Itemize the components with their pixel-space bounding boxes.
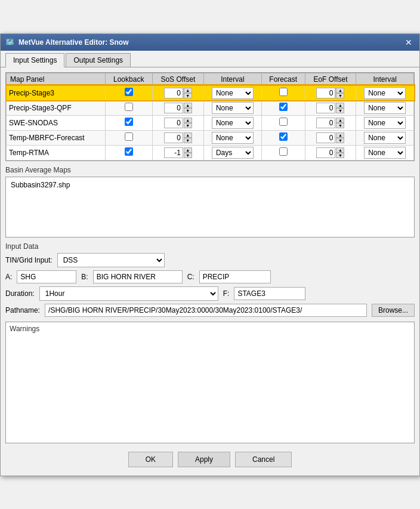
cell-lookback[interactable] bbox=[105, 85, 152, 100]
cell-forecast[interactable] bbox=[261, 145, 305, 160]
cell-sos-interval[interactable]: NoneMinutesHoursDaysWeeks bbox=[204, 85, 262, 100]
cell-sos-interval[interactable]: NoneMinutesHoursDaysWeeks bbox=[204, 130, 262, 145]
sos-offset-input[interactable] bbox=[164, 103, 183, 113]
duration-select[interactable]: 1Hour 6Hour 12Hour 24Hour bbox=[39, 286, 218, 301]
sos-offset-down[interactable]: ▼ bbox=[184, 138, 192, 143]
eof-offset-input[interactable] bbox=[316, 118, 335, 128]
forecast-checkbox[interactable] bbox=[279, 147, 288, 156]
field-b-input[interactable] bbox=[93, 270, 183, 283]
field-f-input[interactable] bbox=[234, 287, 305, 300]
cell-eof-interval[interactable]: NoneMinutesHoursDaysWeeks bbox=[356, 145, 414, 160]
apply-button[interactable]: Apply bbox=[178, 452, 230, 467]
lookback-checkbox[interactable] bbox=[125, 147, 133, 156]
table-row[interactable]: Temp-MBRFC-Forecast ▲ ▼ NoneMinutesHours… bbox=[7, 130, 414, 145]
cell-sos-interval[interactable]: NoneMinutesHoursDaysWeeks bbox=[204, 115, 262, 130]
field-c-input[interactable] bbox=[199, 270, 271, 283]
tab-output-settings[interactable]: Output Settings bbox=[66, 53, 131, 67]
sos-offset-up[interactable]: ▲ bbox=[184, 103, 192, 108]
cell-forecast[interactable] bbox=[261, 115, 305, 130]
cell-eof-offset[interactable]: ▲ ▼ bbox=[305, 85, 356, 100]
eof-offset-down[interactable]: ▼ bbox=[336, 153, 344, 158]
sos-interval-select[interactable]: NoneMinutesHoursDaysWeeks bbox=[212, 102, 254, 114]
eof-offset-input[interactable] bbox=[316, 103, 335, 113]
cell-sos-offset[interactable]: ▲ ▼ bbox=[152, 85, 204, 100]
eof-offset-input[interactable] bbox=[316, 147, 335, 158]
browse-button[interactable]: Browse... bbox=[372, 304, 415, 317]
forecast-checkbox[interactable] bbox=[279, 118, 288, 126]
eof-interval-select[interactable]: NoneMinutesHoursDaysWeeks bbox=[364, 147, 406, 159]
lookback-checkbox[interactable] bbox=[125, 118, 133, 126]
table-row[interactable]: Precip-Stage3-QPF ▲ ▼ NoneMinutesHoursDa… bbox=[7, 100, 414, 115]
cell-lookback[interactable] bbox=[105, 100, 152, 115]
tab-input-settings[interactable]: Input Settings bbox=[5, 53, 64, 67]
cell-lookback[interactable] bbox=[105, 115, 152, 130]
sos-offset-up[interactable]: ▲ bbox=[184, 88, 192, 93]
cell-eof-interval[interactable]: NoneMinutesHoursDaysWeeks bbox=[356, 85, 414, 100]
cell-lookback[interactable] bbox=[105, 130, 152, 145]
close-button[interactable]: ✕ bbox=[403, 37, 415, 48]
cell-eof-interval[interactable]: NoneMinutesHoursDaysWeeks bbox=[356, 100, 414, 115]
sos-interval-select[interactable]: NoneMinutesHoursDaysWeeks bbox=[212, 132, 254, 144]
table-row[interactable]: Precip-Stage3 ▲ ▼ NoneMinutesHoursDaysWe… bbox=[7, 85, 414, 100]
sos-offset-down[interactable]: ▼ bbox=[184, 93, 192, 98]
lookback-checkbox[interactable] bbox=[125, 88, 133, 96]
eof-interval-select[interactable]: NoneMinutesHoursDaysWeeks bbox=[364, 87, 406, 99]
sos-offset-down[interactable]: ▼ bbox=[184, 153, 192, 158]
eof-offset-input[interactable] bbox=[316, 132, 335, 143]
sos-offset-input[interactable] bbox=[164, 118, 183, 128]
sos-interval-select[interactable]: NoneMinutesHoursDaysWeeks bbox=[212, 147, 254, 159]
eof-offset-input[interactable] bbox=[316, 88, 335, 98]
field-a-input[interactable] bbox=[17, 270, 76, 283]
eof-offset-up[interactable]: ▲ bbox=[336, 147, 344, 153]
cell-eof-interval[interactable]: NoneMinutesHoursDaysWeeks bbox=[356, 130, 414, 145]
pathname-input[interactable] bbox=[45, 304, 367, 317]
eof-interval-select[interactable]: NoneMinutesHoursDaysWeeks bbox=[364, 117, 406, 129]
cell-sos-interval[interactable]: NoneMinutesHoursDaysWeeks bbox=[204, 145, 262, 160]
sos-offset-down[interactable]: ▼ bbox=[184, 108, 192, 113]
cell-forecast[interactable] bbox=[261, 85, 305, 100]
forecast-checkbox[interactable] bbox=[279, 132, 288, 141]
cell-sos-offset[interactable]: ▲ ▼ bbox=[152, 100, 204, 115]
lookback-checkbox[interactable] bbox=[125, 132, 133, 141]
sos-offset-input[interactable] bbox=[164, 147, 183, 158]
sos-offset-up[interactable]: ▲ bbox=[184, 147, 192, 153]
cell-sos-offset[interactable]: ▲ ▼ bbox=[152, 145, 204, 160]
eof-offset-down[interactable]: ▼ bbox=[336, 93, 344, 98]
cell-lookback[interactable] bbox=[105, 145, 152, 160]
forecast-checkbox[interactable] bbox=[279, 88, 288, 96]
table-row[interactable]: Temp-RTMA ▲ ▼ NoneMinutesHoursDaysWeeks … bbox=[7, 145, 414, 160]
eof-offset-up[interactable]: ▲ bbox=[336, 132, 344, 138]
eof-offset-down[interactable]: ▼ bbox=[336, 138, 344, 143]
cell-sos-offset[interactable]: ▲ ▼ bbox=[152, 130, 204, 145]
cell-sos-interval[interactable]: NoneMinutesHoursDaysWeeks bbox=[204, 100, 262, 115]
forecast-checkbox[interactable] bbox=[279, 103, 288, 111]
eof-offset-up[interactable]: ▲ bbox=[336, 118, 344, 123]
eof-offset-down[interactable]: ▼ bbox=[336, 108, 344, 113]
cell-sos-offset[interactable]: ▲ ▼ bbox=[152, 115, 204, 130]
cell-forecast[interactable] bbox=[261, 130, 305, 145]
sos-interval-select[interactable]: NoneMinutesHoursDaysWeeks bbox=[212, 87, 254, 99]
table-row[interactable]: SWE-SNODAS ▲ ▼ NoneMinutesHoursDaysWeeks… bbox=[7, 115, 414, 130]
cell-eof-offset[interactable]: ▲ ▼ bbox=[305, 100, 356, 115]
cancel-button[interactable]: Cancel bbox=[235, 452, 292, 467]
sos-interval-select[interactable]: NoneMinutesHoursDaysWeeks bbox=[212, 117, 254, 129]
sos-offset-input[interactable] bbox=[164, 132, 183, 143]
cell-eof-offset[interactable]: ▲ ▼ bbox=[305, 145, 356, 160]
eof-offset-up[interactable]: ▲ bbox=[336, 88, 344, 93]
eof-interval-select[interactable]: NoneMinutesHoursDaysWeeks bbox=[364, 132, 406, 144]
input-data-section: Input Data TIN/Grid Input: DSS NetCDF Ge… bbox=[5, 242, 415, 317]
eof-offset-up[interactable]: ▲ bbox=[336, 103, 344, 108]
sos-offset-up[interactable]: ▲ bbox=[184, 132, 192, 138]
eof-interval-select[interactable]: NoneMinutesHoursDaysWeeks bbox=[364, 102, 406, 114]
sos-offset-up[interactable]: ▲ bbox=[184, 118, 192, 123]
lookback-checkbox[interactable] bbox=[125, 103, 133, 111]
cell-eof-offset[interactable]: ▲ ▼ bbox=[305, 115, 356, 130]
eof-offset-down[interactable]: ▼ bbox=[336, 123, 344, 128]
tin-grid-select[interactable]: DSS NetCDF GeoTIFF bbox=[57, 253, 165, 267]
cell-forecast[interactable] bbox=[261, 100, 305, 115]
sos-offset-input[interactable] bbox=[164, 88, 183, 98]
sos-offset-down[interactable]: ▼ bbox=[184, 123, 192, 128]
cell-eof-offset[interactable]: ▲ ▼ bbox=[305, 130, 356, 145]
ok-button[interactable]: OK bbox=[128, 452, 173, 467]
cell-eof-interval[interactable]: NoneMinutesHoursDaysWeeks bbox=[356, 115, 414, 130]
